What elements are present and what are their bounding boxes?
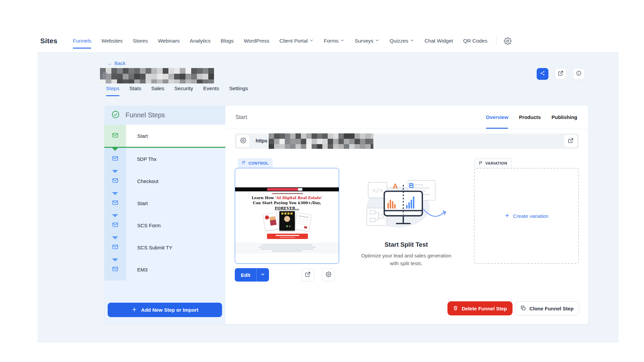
- flag-icon: [479, 161, 483, 166]
- envelope-icon: [112, 132, 119, 140]
- sidebar-header: Funnel Steps: [104, 106, 225, 125]
- edit-button[interactable]: Edit: [235, 268, 256, 282]
- funnel-step-start[interactable]: Start: [104, 125, 225, 148]
- settings-gear-icon[interactable]: [502, 36, 513, 46]
- step-title: Start: [235, 114, 247, 120]
- top-navigation: Sites Funnels Websites Stores Webinars A…: [40, 34, 604, 48]
- flow-arrow-down: [112, 258, 118, 261]
- delete-funnel-step-button[interactable]: Delete Funnel Step: [447, 301, 513, 315]
- tab-security[interactable]: Security: [174, 85, 193, 96]
- tab-settings[interactable]: Settings: [229, 85, 248, 96]
- envelope-icon: [112, 177, 119, 185]
- tab-products[interactable]: Products: [519, 106, 541, 129]
- nav-item-quizzes[interactable]: Quizzes: [389, 36, 414, 46]
- thumb-card-left: [263, 212, 279, 231]
- open-url-button[interactable]: [564, 135, 577, 147]
- funnel-steps-sidebar: Funnel Steps Start 5DP Thx Che: [104, 106, 225, 324]
- split-test-description: Optimize your lead and sales generation …: [356, 252, 457, 267]
- variation-chip: VARIATION: [474, 158, 512, 168]
- label-a: A: [393, 182, 398, 190]
- thumb-headline: Learn How 'AI Digital Real Estate' Can S…: [235, 195, 339, 211]
- tab-overview[interactable]: Overview: [486, 106, 508, 129]
- flow-arrow-down: [112, 170, 118, 173]
- step-icon-column: [104, 170, 126, 192]
- step-icon-column: [104, 192, 126, 214]
- nav-item-blogs[interactable]: Blogs: [221, 36, 234, 46]
- funnel-tabs: Steps Stats Sales Security Events Settin…: [106, 85, 248, 96]
- funnel-step-scs-form[interactable]: SCS Form: [104, 214, 225, 236]
- external-link-icon: [305, 272, 311, 279]
- nav-item-webinars[interactable]: Webinars: [158, 36, 180, 46]
- chevron-down-icon: [260, 272, 265, 278]
- nav-item-forms[interactable]: Forms: [324, 36, 344, 46]
- thumb-card-right: [294, 213, 311, 231]
- back-link[interactable]: ← Back: [107, 60, 125, 66]
- funnel-step-em3[interactable]: EM3: [104, 258, 225, 281]
- nav-item-surveys[interactable]: Surveys: [355, 36, 379, 46]
- step-icon-column: [104, 125, 126, 147]
- thumb-product-images: [235, 211, 339, 231]
- nav-item-client-portal[interactable]: Client Portal: [279, 36, 314, 46]
- envelope-icon: [112, 199, 119, 207]
- step-bottom-actions: Delete Funnel Step Clone Funnel Step: [225, 301, 588, 315]
- info-button[interactable]: [573, 68, 585, 80]
- step-detail-header: Start Overview Products Publishing: [225, 106, 588, 129]
- flag-icon: [242, 161, 246, 166]
- tab-publishing[interactable]: Publishing: [551, 106, 577, 129]
- edit-split-button[interactable]: Edit: [235, 268, 269, 282]
- step-settings-button[interactable]: [322, 268, 335, 281]
- flow-arrow-down: [112, 192, 118, 195]
- create-variation-button[interactable]: Create variation: [504, 213, 549, 219]
- share-button[interactable]: [537, 68, 548, 80]
- step-icon-column: [104, 148, 126, 170]
- url-settings-button[interactable]: [236, 135, 250, 147]
- envelope-icon: [112, 265, 119, 274]
- copy-icon: [521, 305, 526, 312]
- nav-item-funnels[interactable]: Funnels: [73, 36, 91, 46]
- tab-stats[interactable]: Stats: [129, 85, 141, 96]
- funnel-steps-card: Funnel Steps Start 5DP Thx Che: [104, 106, 588, 324]
- url-protocol: https: [256, 138, 267, 143]
- plus-icon: [131, 307, 137, 313]
- step-url-redacted: [269, 133, 373, 149]
- nav-items: Funnels Websites Stores Webinars Analyti…: [73, 36, 487, 46]
- tab-events[interactable]: Events: [203, 85, 219, 96]
- funnel-step-scs-submit-ty[interactable]: SCS Submit TY: [104, 236, 225, 258]
- landing-page-thumbnail: Learn How 'AI Digital Real Estate' Can S…: [235, 168, 339, 263]
- thumb-card-middle: [279, 211, 295, 231]
- open-step-button[interactable]: [301, 268, 314, 281]
- preview-funnel-button[interactable]: [555, 68, 567, 80]
- nav-item-qr-codes[interactable]: QR Codes: [463, 36, 487, 46]
- step-detail-panel: Start Overview Products Publishing https: [225, 106, 588, 324]
- nav-item-stores[interactable]: Stores: [133, 36, 148, 46]
- funnel-step-5dp-thx[interactable]: 5DP Thx: [104, 148, 225, 170]
- funnel-step-start-2[interactable]: Start: [104, 192, 225, 214]
- tab-sales[interactable]: Sales: [151, 85, 164, 96]
- nav-item-analytics[interactable]: Analytics: [190, 36, 211, 46]
- chevron-down-icon: [375, 38, 379, 44]
- chevron-down-icon: [410, 38, 414, 44]
- external-link-icon: [568, 138, 574, 145]
- nav-item-chat-widget[interactable]: Chat Widget: [424, 36, 453, 46]
- plus-icon: [504, 213, 510, 219]
- envelope-icon: [112, 221, 119, 230]
- thumb-cta-button: [267, 234, 308, 239]
- nav-item-wordpress[interactable]: WordPress: [244, 36, 269, 46]
- funnel-step-checkout[interactable]: Checkout: [104, 170, 225, 192]
- control-chip: CONTROL: [238, 158, 273, 168]
- nav-item-websites[interactable]: Websites: [101, 36, 122, 46]
- tab-steps[interactable]: Steps: [106, 85, 119, 96]
- svg-text:</>: </>: [372, 187, 383, 194]
- funnel-actions: [537, 68, 585, 80]
- edit-dropdown-toggle[interactable]: [257, 268, 269, 282]
- split-test-title: Start Split Test: [356, 241, 457, 248]
- clone-funnel-step-button[interactable]: Clone Funnel Step: [515, 301, 579, 315]
- add-new-step-button[interactable]: Add New Step or Import: [108, 303, 222, 317]
- control-actions: Edit: [235, 268, 339, 282]
- step-icon-column: [104, 236, 126, 258]
- sidebar-title: Funnel Steps: [125, 111, 165, 119]
- step-icon-column: [104, 258, 126, 281]
- control-page-preview[interactable]: Learn How 'AI Digital Real Estate' Can S…: [235, 168, 339, 264]
- split-test-section: </> A B S: [356, 177, 457, 267]
- gear-icon: [240, 137, 246, 145]
